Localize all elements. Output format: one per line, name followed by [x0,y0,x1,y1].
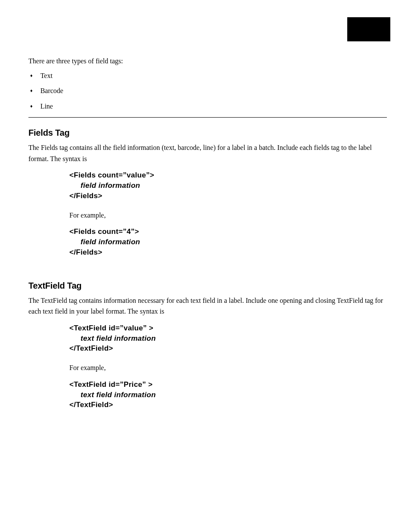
list-item-label: Barcode [40,86,63,96]
page-marker [347,17,390,41]
list-item: ♦Line [30,102,387,111]
document-page: There are three types of field tags: ♦Te… [0,0,411,532]
fields-syntax-code: <Fields count=”value”> field information… [69,170,387,201]
textfield-heading: TextField Tag [28,281,387,291]
textfield-syntax-code: <TextField id=”value” > text field infor… [69,323,387,354]
section-divider [28,117,387,118]
fields-example-code: <Fields count=”4”> field information </F… [69,227,387,257]
list-item-label: Line [40,102,53,111]
fields-heading: Fields Tag [28,128,387,138]
textfield-section: TextField Tag The TextField tag contains… [28,281,387,411]
tag-type-list: ♦Text ♦Barcode ♦Line [28,71,387,111]
list-item: ♦Text [30,71,387,81]
textfield-example-label: For example, [69,362,387,373]
fields-description: The Fields tag contains all the field in… [28,142,387,164]
page-content: There are three types of field tags: ♦Te… [28,56,387,419]
intro-text: There are three types of field tags: [28,56,387,67]
fields-example-label: For example, [69,210,387,221]
bullet-icon: ♦ [30,103,33,109]
textfield-description: The TextField tag contains information n… [28,295,387,317]
list-item-label: Text [40,71,53,81]
bullet-icon: ♦ [30,88,33,93]
bullet-icon: ♦ [30,73,33,78]
textfield-example-code: <TextField id=”Price” > text field infor… [69,380,387,410]
list-item: ♦Barcode [30,86,387,96]
